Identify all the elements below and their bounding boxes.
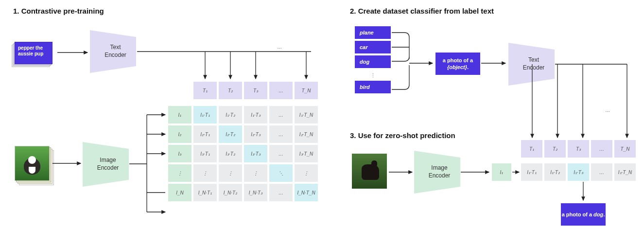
panel1-arrows: … bbox=[0, 0, 331, 243]
panel3-arrows bbox=[340, 126, 642, 243]
svg-text:…: … bbox=[605, 107, 610, 113]
svg-text:…: … bbox=[277, 44, 282, 50]
panel2-title: 2. Create dataset classifier from label … bbox=[350, 7, 494, 15]
